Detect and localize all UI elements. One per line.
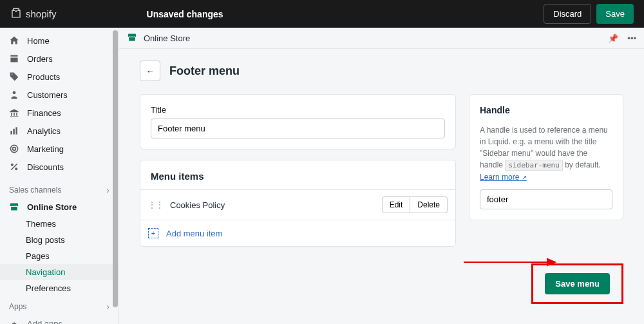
plus-icon: + xyxy=(9,318,19,324)
subnav-themes[interactable]: Themes xyxy=(0,216,118,232)
apps-heading[interactable]: Apps › xyxy=(0,296,118,314)
more-icon[interactable]: ••• xyxy=(627,33,636,43)
nav-analytics[interactable]: Analytics xyxy=(0,122,118,140)
sales-channels-heading[interactable]: Sales channels › xyxy=(0,180,118,198)
drag-handle-icon[interactable]: ⋮⋮ xyxy=(148,200,164,209)
home-icon xyxy=(9,35,19,46)
save-button[interactable]: Save xyxy=(596,4,634,24)
title-label: Title xyxy=(151,105,445,115)
store-icon xyxy=(9,202,19,212)
back-button[interactable]: ← xyxy=(140,61,160,81)
handle-heading: Handle xyxy=(480,105,612,115)
save-menu-button[interactable]: Save menu xyxy=(545,273,610,294)
nav-customers[interactable]: Customers xyxy=(0,86,118,104)
delete-button[interactable]: Delete xyxy=(410,196,448,213)
discard-button[interactable]: Discard xyxy=(544,4,591,24)
svg-point-5 xyxy=(13,148,16,151)
external-link-icon: ↗ xyxy=(522,174,527,181)
subnav-blog-posts[interactable]: Blog posts xyxy=(0,232,118,248)
chart-icon xyxy=(9,126,19,136)
menu-item-label: Cookies Policy xyxy=(170,200,375,210)
subnav-pages[interactable]: Pages xyxy=(0,248,118,264)
nav-add-apps[interactable]: + Add apps xyxy=(0,314,118,324)
edit-button[interactable]: Edit xyxy=(382,196,411,213)
svg-point-7 xyxy=(15,167,17,170)
orders-icon xyxy=(9,53,19,64)
svg-point-4 xyxy=(10,145,17,152)
brand-name: shopify xyxy=(26,8,57,19)
nav-orders[interactable]: Orders xyxy=(0,50,118,68)
subnav-preferences[interactable]: Preferences xyxy=(0,280,118,296)
person-icon xyxy=(9,90,19,100)
handle-description: A handle is used to reference a menu in … xyxy=(480,124,612,183)
store-icon xyxy=(127,32,137,44)
chevron-right-icon: › xyxy=(106,185,109,195)
brand-logo[interactable]: shopify xyxy=(10,6,57,21)
svg-rect-1 xyxy=(10,131,12,135)
nav-online-store[interactable]: Online Store xyxy=(0,198,118,216)
pin-icon[interactable]: 📌 xyxy=(608,33,618,43)
percent-icon xyxy=(9,162,19,172)
unsaved-changes-label: Unsaved changes xyxy=(147,9,223,19)
plus-dashed-icon: + xyxy=(148,228,158,238)
target-icon xyxy=(9,144,19,154)
arrow-left-icon: ← xyxy=(146,66,155,76)
svg-rect-3 xyxy=(15,127,17,134)
bank-icon xyxy=(9,108,19,118)
breadcrumb: Online Store 📌 ••• xyxy=(119,28,644,49)
nav-home[interactable]: Home xyxy=(0,32,118,50)
breadcrumb-label[interactable]: Online Store xyxy=(144,33,190,43)
learn-more-link[interactable]: Learn more ↗ xyxy=(480,173,527,182)
sidebar-scrollbar[interactable] xyxy=(112,30,118,324)
handle-input[interactable] xyxy=(480,189,612,209)
tag-icon xyxy=(9,71,19,82)
title-card: Title xyxy=(140,94,456,149)
svg-point-0 xyxy=(13,91,16,94)
handle-card: Handle A handle is used to reference a m… xyxy=(469,94,623,220)
shopify-bag-icon xyxy=(10,6,22,21)
subnav-navigation[interactable]: Navigation xyxy=(0,264,118,280)
nav-products[interactable]: Products xyxy=(0,68,118,86)
title-input[interactable] xyxy=(151,119,445,138)
sidebar: Home Orders Products Customers Finances … xyxy=(0,28,119,324)
menu-items-card: Menu items ⋮⋮ Cookies Policy Edit Delete… xyxy=(140,160,456,247)
menu-item-row: ⋮⋮ Cookies Policy Edit Delete xyxy=(140,189,455,220)
chevron-right-icon: › xyxy=(106,301,109,312)
svg-point-6 xyxy=(11,164,14,166)
add-menu-item-button[interactable]: + Add menu item xyxy=(140,220,455,246)
page-title: Footer menu xyxy=(169,64,240,78)
nav-finances[interactable]: Finances xyxy=(0,104,118,122)
svg-rect-2 xyxy=(13,129,14,135)
nav-discounts[interactable]: Discounts xyxy=(0,158,118,176)
menu-items-heading: Menu items xyxy=(140,160,455,189)
nav-marketing[interactable]: Marketing xyxy=(0,140,118,158)
